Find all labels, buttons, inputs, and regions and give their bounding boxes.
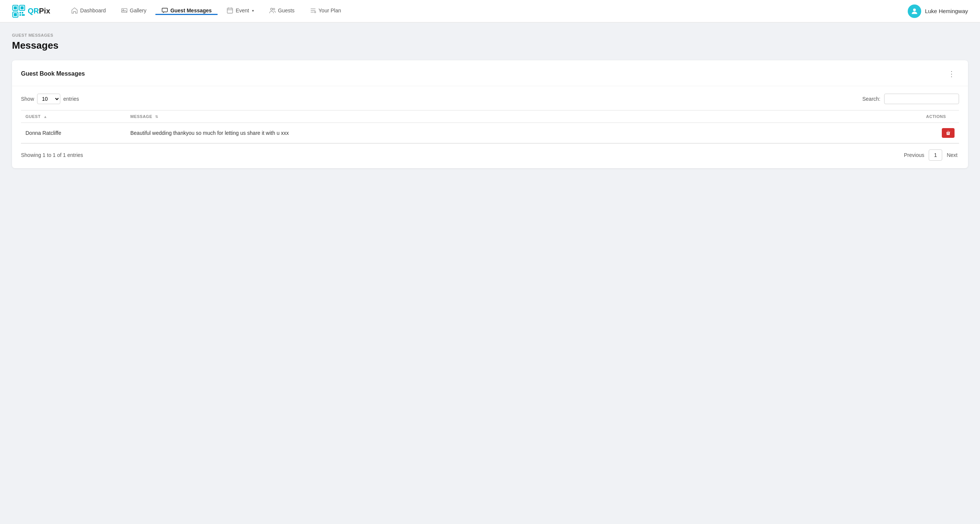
cell-guest: Donna Ratcliffe xyxy=(21,123,126,143)
chevron-down-icon: ▾ xyxy=(252,9,254,13)
svg-rect-10 xyxy=(121,9,127,13)
cell-message: Beautiful wedding thankyou so much for l… xyxy=(126,123,921,143)
search-label: Search: xyxy=(862,96,880,102)
svg-rect-1 xyxy=(14,6,17,10)
col-header-message[interactable]: MESSAGE ⇅ xyxy=(126,110,921,123)
search-input[interactable] xyxy=(884,94,959,104)
next-button[interactable]: Next xyxy=(945,150,959,160)
user-section[interactable]: Luke Hemingway xyxy=(908,5,968,18)
nav-item-dashboard[interactable]: Dashboard xyxy=(65,7,112,15)
gallery-icon xyxy=(121,7,128,14)
nav-item-your-plan[interactable]: Your Plan xyxy=(304,7,347,15)
nav-label-guests: Guests xyxy=(278,8,294,13)
card-body: Show 10 25 50 100 entries Search: xyxy=(12,86,968,168)
card-header: Guest Book Messages ⋮ xyxy=(12,60,968,86)
nav-item-event[interactable]: Event ▾ xyxy=(221,7,260,15)
nav-label-gallery: Gallery xyxy=(130,8,146,13)
header: QRPix Dashboard Gallery xyxy=(0,0,980,22)
entries-select[interactable]: 10 25 50 100 xyxy=(37,94,60,104)
pagination-row: Showing 1 to 1 of 1 entries Previous 1 N… xyxy=(21,150,959,161)
calendar-icon xyxy=(227,7,233,14)
col-header-actions: ACTIONS xyxy=(921,110,959,123)
cell-actions xyxy=(921,123,959,143)
people-icon xyxy=(269,7,275,14)
page-number[interactable]: 1 xyxy=(929,150,942,161)
svg-point-20 xyxy=(913,8,916,11)
breadcrumb: GUEST MESSAGES xyxy=(12,33,968,37)
table-header-row: GUEST ▲ MESSAGE ⇅ ACTIONS xyxy=(21,110,959,123)
logo-pix-text: Pix xyxy=(39,7,50,15)
sort-arrows-message: ⇅ xyxy=(155,115,158,119)
message-icon xyxy=(161,7,168,14)
card-menu-button[interactable]: ⋮ xyxy=(945,68,959,80)
svg-rect-6 xyxy=(19,12,21,13)
messages-table: GUEST ▲ MESSAGE ⇅ ACTIONS xyxy=(21,110,959,143)
guest-book-card: Guest Book Messages ⋮ Show 10 25 50 100 … xyxy=(12,60,968,168)
svg-point-19 xyxy=(314,12,316,13)
svg-rect-9 xyxy=(22,14,25,16)
nav-label-guest-messages: Guest Messages xyxy=(170,8,212,13)
pagination-controls: Previous 1 Next xyxy=(902,150,959,161)
svg-rect-8 xyxy=(19,14,21,16)
main-content: GUEST MESSAGES Messages Guest Book Messa… xyxy=(0,22,980,178)
search-section: Search: xyxy=(862,94,959,104)
nav-item-gallery[interactable]: Gallery xyxy=(115,7,153,15)
nav-item-guests[interactable]: Guests xyxy=(263,7,300,15)
sort-arrows-guest: ▲ xyxy=(43,115,47,119)
user-name: Luke Hemingway xyxy=(925,8,968,14)
col-actions-label: ACTIONS xyxy=(926,114,946,119)
show-entries-section: Show 10 25 50 100 entries xyxy=(21,94,79,104)
table-row: Donna Ratcliffe Beautiful wedding thanky… xyxy=(21,123,959,143)
home-icon xyxy=(71,7,78,14)
trash-icon xyxy=(945,131,951,135)
previous-button[interactable]: Previous xyxy=(902,150,926,160)
logo[interactable]: QRPix xyxy=(12,5,50,18)
list-icon xyxy=(310,7,317,14)
col-header-guest[interactable]: GUEST ▲ xyxy=(21,110,126,123)
nav-item-guest-messages[interactable]: Guest Messages xyxy=(155,7,218,15)
col-message-label: MESSAGE xyxy=(130,114,153,119)
svg-rect-5 xyxy=(14,13,17,16)
showing-text: Showing 1 to 1 of 1 entries xyxy=(21,152,83,158)
svg-rect-3 xyxy=(21,6,24,10)
user-avatar-icon xyxy=(910,7,919,15)
delete-button[interactable] xyxy=(942,128,955,138)
table-controls: Show 10 25 50 100 entries Search: xyxy=(21,94,959,104)
entries-label: entries xyxy=(63,96,79,102)
svg-point-14 xyxy=(271,8,273,10)
logo-qr-text: QR xyxy=(28,7,39,15)
page-title: Messages xyxy=(12,40,968,51)
table-body: Donna Ratcliffe Beautiful wedding thanky… xyxy=(21,123,959,143)
nav-label-your-plan: Your Plan xyxy=(319,8,341,13)
show-label: Show xyxy=(21,96,34,102)
main-nav: Dashboard Gallery Guest Messages xyxy=(65,7,347,15)
svg-rect-7 xyxy=(22,12,23,13)
svg-rect-12 xyxy=(162,8,167,12)
col-guest-label: GUEST xyxy=(25,114,40,119)
svg-rect-13 xyxy=(227,8,232,13)
svg-point-15 xyxy=(273,8,275,10)
nav-label-dashboard: Dashboard xyxy=(80,8,106,13)
nav-label-event: Event xyxy=(235,8,249,13)
card-title: Guest Book Messages xyxy=(21,70,85,77)
avatar xyxy=(908,5,921,18)
